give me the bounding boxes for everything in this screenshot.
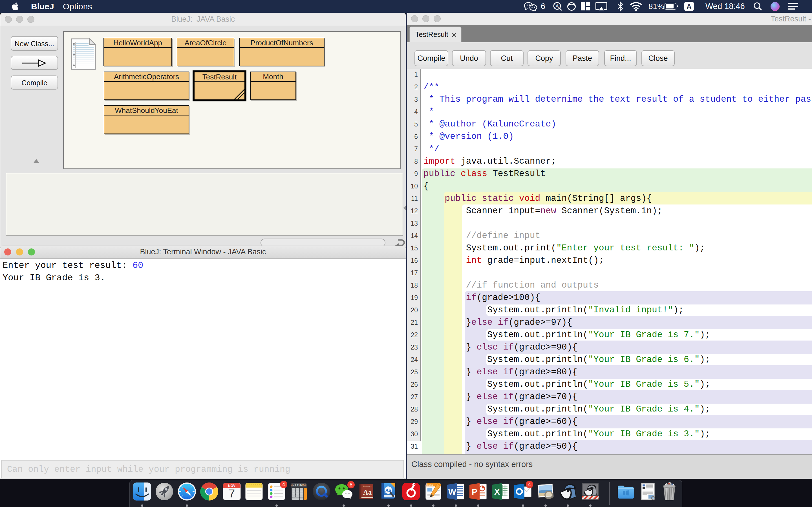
svg-text:PAGES: PAGES [426, 484, 433, 486]
svg-text:Aa: Aa [386, 488, 391, 493]
svg-text:W: W [448, 487, 456, 496]
svg-text:Dictionary: Dictionary [363, 485, 372, 487]
svg-text:4: 4 [282, 482, 285, 487]
svg-text:3.141593: 3.141593 [291, 483, 306, 487]
svg-text:X: X [494, 487, 500, 496]
svg-text:6: 6 [350, 482, 352, 488]
svg-text:P: P [472, 487, 477, 496]
svg-text:7: 7 [229, 487, 235, 500]
svg-text:A: A [556, 4, 559, 8]
svg-text:4: 4 [528, 482, 531, 487]
svg-text:Aa: Aa [363, 489, 372, 496]
